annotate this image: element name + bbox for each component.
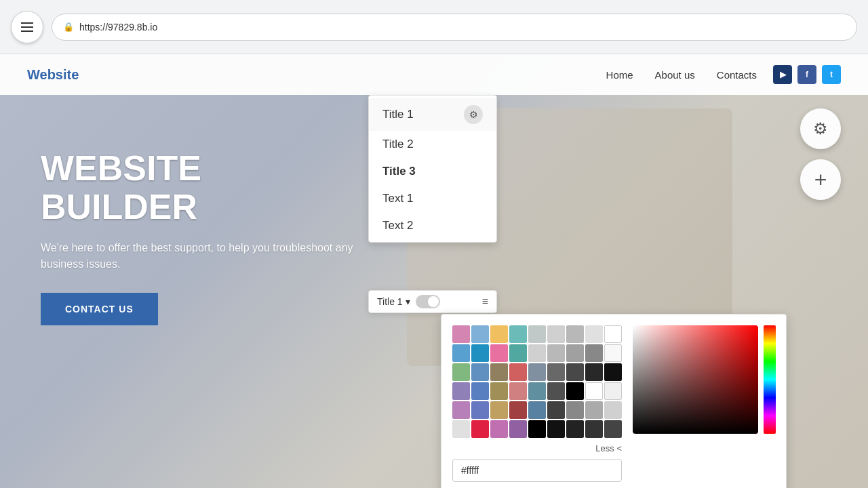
hero-title: WEBSITE BUILDER bbox=[41, 149, 366, 226]
swatch-section: Less < bbox=[452, 325, 622, 482]
color-swatch[interactable] bbox=[566, 363, 584, 381]
nav-links: Home About us Contacts bbox=[606, 69, 757, 81]
color-swatch[interactable] bbox=[490, 344, 508, 362]
color-swatch[interactable] bbox=[547, 363, 565, 381]
url-text: https://97829.8b.io bbox=[79, 22, 157, 33]
color-swatch[interactable] bbox=[452, 401, 470, 419]
color-swatch[interactable] bbox=[452, 325, 470, 343]
text-style-dropdown: Title 1 ⚙ Title 2 Title 3 Text 1 Text 2 bbox=[368, 95, 497, 243]
toggle-switch[interactable] bbox=[416, 295, 440, 308]
dropdown-item-text1[interactable]: Text 1 bbox=[369, 185, 496, 212]
color-swatch[interactable] bbox=[566, 344, 584, 362]
color-spectrum-slider[interactable] bbox=[764, 325, 776, 434]
color-swatch[interactable] bbox=[528, 344, 546, 362]
font-name-label: Title 1 bbox=[377, 296, 403, 307]
dropdown-item-label: Text 2 bbox=[382, 219, 413, 232]
color-swatch[interactable] bbox=[509, 344, 527, 362]
settings-fab-button[interactable]: ⚙ bbox=[800, 108, 841, 149]
color-swatch[interactable] bbox=[604, 382, 622, 400]
color-swatch[interactable] bbox=[604, 420, 622, 438]
color-swatch[interactable] bbox=[547, 344, 565, 362]
dropdown-item-title2[interactable]: Title 2 bbox=[369, 131, 496, 158]
color-swatch[interactable] bbox=[585, 344, 603, 362]
color-swatch[interactable] bbox=[566, 325, 584, 343]
color-swatch[interactable] bbox=[585, 325, 603, 343]
color-swatch[interactable] bbox=[452, 344, 470, 362]
dropdown-item-title1[interactable]: Title 1 ⚙ bbox=[369, 98, 496, 131]
color-swatch[interactable] bbox=[604, 363, 622, 381]
nav-link-home[interactable]: Home bbox=[606, 69, 633, 81]
add-fab-button[interactable]: + bbox=[800, 159, 841, 200]
color-swatch[interactable] bbox=[547, 325, 565, 343]
swatch-grid bbox=[452, 325, 622, 438]
color-swatch[interactable] bbox=[528, 382, 546, 400]
dropdown-item-title3[interactable]: Title 3 bbox=[369, 158, 496, 185]
color-swatch[interactable] bbox=[547, 401, 565, 419]
text-align-icon[interactable]: ≡ bbox=[482, 296, 488, 308]
format-toolbar: Title 1 ▾ ≡ bbox=[368, 290, 497, 313]
color-swatch[interactable] bbox=[490, 363, 508, 381]
color-swatch[interactable] bbox=[509, 382, 527, 400]
youtube-icon[interactable]: ▶ bbox=[773, 65, 792, 84]
color-swatch[interactable] bbox=[490, 401, 508, 419]
color-swatch[interactable] bbox=[528, 401, 546, 419]
item-settings-icon[interactable]: ⚙ bbox=[464, 105, 483, 124]
color-swatch-white[interactable] bbox=[604, 325, 622, 343]
color-swatch[interactable] bbox=[509, 325, 527, 343]
color-swatch[interactable] bbox=[490, 382, 508, 400]
color-swatch[interactable] bbox=[509, 401, 527, 419]
dropdown-item-text2[interactable]: Text 2 bbox=[369, 212, 496, 239]
lock-icon: 🔒 bbox=[63, 22, 74, 32]
color-swatch[interactable] bbox=[471, 420, 489, 438]
color-swatch[interactable] bbox=[585, 420, 603, 438]
color-swatch[interactable] bbox=[452, 420, 470, 438]
contact-us-button[interactable]: CONTACT US bbox=[41, 293, 158, 325]
color-swatch[interactable] bbox=[452, 382, 470, 400]
twitter-icon[interactable]: t bbox=[822, 65, 841, 84]
color-swatch[interactable] bbox=[585, 363, 603, 381]
nav-logo: Website bbox=[27, 67, 79, 83]
dropdown-item-label: Title 1 bbox=[382, 108, 414, 121]
color-swatch[interactable] bbox=[528, 363, 546, 381]
hero-subtitle: We're here to offer the best support, to… bbox=[41, 240, 366, 272]
color-swatch[interactable] bbox=[547, 420, 565, 438]
social-links: ▶ f t bbox=[773, 65, 841, 84]
dropdown-item-label: Text 1 bbox=[382, 192, 413, 205]
website-preview: Website Home About us Contacts ▶ f t WEB… bbox=[0, 54, 868, 488]
color-swatch[interactable] bbox=[566, 420, 584, 438]
color-swatch[interactable] bbox=[547, 382, 565, 400]
facebook-icon[interactable]: f bbox=[797, 65, 816, 84]
menu-button[interactable] bbox=[11, 11, 43, 43]
nav-link-about[interactable]: About us bbox=[655, 69, 695, 81]
color-swatch[interactable] bbox=[471, 363, 489, 381]
browser-chrome: 🔒 https://97829.8b.io bbox=[0, 0, 868, 54]
color-swatch[interactable] bbox=[471, 401, 489, 419]
navigation-bar: Website Home About us Contacts ▶ f t bbox=[0, 54, 868, 95]
color-swatch[interactable] bbox=[471, 325, 489, 343]
color-swatch[interactable] bbox=[509, 363, 527, 381]
color-swatch[interactable] bbox=[585, 382, 603, 400]
color-panel-inner: Less < bbox=[452, 325, 775, 482]
hero-content: WEBSITE BUILDER We're here to offer the … bbox=[0, 95, 407, 380]
less-button[interactable]: Less < bbox=[452, 443, 622, 453]
color-swatch[interactable] bbox=[585, 401, 603, 419]
color-swatch[interactable] bbox=[490, 325, 508, 343]
color-swatch[interactable] bbox=[604, 344, 622, 362]
nav-link-contacts[interactable]: Contacts bbox=[717, 69, 757, 81]
color-swatch[interactable] bbox=[566, 382, 584, 400]
color-swatch[interactable] bbox=[452, 363, 470, 381]
color-picker-panel: Less < bbox=[441, 314, 787, 488]
color-swatch[interactable] bbox=[528, 325, 546, 343]
color-swatch[interactable] bbox=[509, 420, 527, 438]
color-swatch[interactable] bbox=[471, 344, 489, 362]
font-selector[interactable]: Title 1 ▾ bbox=[377, 296, 410, 307]
chevron-down-icon: ▾ bbox=[406, 296, 410, 307]
color-swatch[interactable] bbox=[471, 382, 489, 400]
address-bar[interactable]: 🔒 https://97829.8b.io bbox=[52, 14, 857, 41]
color-swatch[interactable] bbox=[604, 401, 622, 419]
color-swatch[interactable] bbox=[490, 420, 508, 438]
color-gradient-picker[interactable] bbox=[633, 325, 758, 434]
color-swatch[interactable] bbox=[566, 401, 584, 419]
hex-color-input[interactable] bbox=[452, 459, 622, 482]
color-swatch[interactable] bbox=[528, 420, 546, 438]
